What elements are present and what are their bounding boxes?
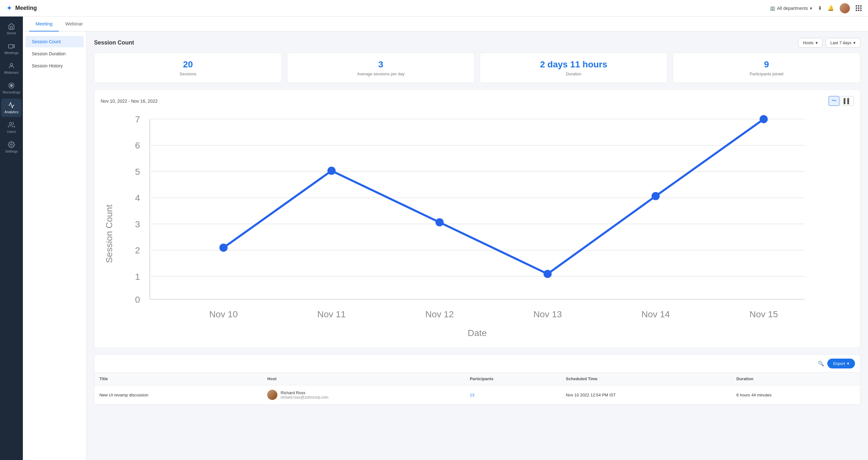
- col-scheduled-time: Scheduled Time: [561, 373, 732, 385]
- svg-text:4: 4: [135, 193, 140, 203]
- line-chart-svg: Session Count 7 6 5 4 3 2 1 0: [101, 111, 854, 340]
- nav-item-session-duration[interactable]: Session Duration: [25, 48, 84, 59]
- participants-count[interactable]: 13: [470, 393, 474, 397]
- chart-type-buttons: 〜 ▌▌: [829, 96, 854, 106]
- sidebar-item-webinars[interactable]: Webinars: [1, 59, 22, 78]
- meetings-icon: [8, 42, 15, 50]
- stats-row: 20 Sessions 3 Average sessions per day 2…: [94, 53, 860, 83]
- sidebar-item-home[interactable]: Home: [1, 20, 22, 38]
- bar-chart-btn[interactable]: ▌▌: [841, 96, 854, 106]
- sidebar-analytics-label: Analytics: [4, 110, 19, 114]
- stat-avg-value: 3: [293, 59, 468, 69]
- svg-rect-0: [8, 45, 13, 48]
- sidebar-item-recordings[interactable]: Recordings: [1, 79, 22, 97]
- hosts-filter[interactable]: Hosts ▾: [798, 38, 822, 48]
- sidebar-item-analytics[interactable]: Analytics: [1, 98, 22, 117]
- svg-text:Nov 12: Nov 12: [426, 309, 454, 319]
- nav-item-session-count[interactable]: Session Count: [25, 36, 84, 47]
- building-icon: 🏢: [770, 6, 775, 11]
- department-selector[interactable]: 🏢 All departments ▾: [770, 6, 812, 11]
- stat-duration-value: 2 days 11 hours: [487, 59, 661, 69]
- hosts-label: Hosts: [803, 40, 813, 45]
- bell-icon[interactable]: 🔔: [828, 5, 834, 11]
- svg-text:1: 1: [135, 271, 140, 282]
- table-row: New UI revamp discussion Richard Ross ri…: [94, 385, 860, 405]
- svg-text:Nov 11: Nov 11: [317, 309, 346, 319]
- export-chevron-icon: ▾: [847, 361, 849, 366]
- app-title: Meeting: [15, 5, 37, 11]
- svg-text:0: 0: [135, 294, 140, 305]
- stat-avg-label: Average sessions per day: [293, 71, 468, 76]
- row-host: Richard Ross richard.ross@zohocorp.com: [262, 385, 465, 405]
- table-head: Title Host Participants Scheduled Time D…: [94, 373, 860, 385]
- content-area: Session Count Session Duration Session H…: [23, 31, 868, 460]
- svg-point-3: [10, 84, 12, 86]
- stat-sessions-value: 20: [101, 59, 275, 69]
- svg-text:Date: Date: [468, 328, 487, 338]
- sidebar-settings-label: Settings: [5, 149, 18, 153]
- date-range-label: Last 7 days: [831, 40, 852, 45]
- tab-meeting[interactable]: Meeting: [29, 17, 59, 31]
- topbar-right: 🏢 All departments ▾ ⬇ 🔔: [770, 3, 862, 13]
- recordings-icon: [8, 82, 15, 89]
- table-body: New UI revamp discussion Richard Ross ri…: [94, 385, 860, 405]
- data-point-nov11: [328, 167, 336, 175]
- svg-text:7: 7: [135, 114, 140, 124]
- data-point-nov13: [544, 270, 552, 278]
- chart-container: Nov 10, 2022 - Nov 16, 2022 〜 ▌▌ Session…: [94, 89, 860, 348]
- hosts-chevron-icon: ▾: [815, 40, 818, 45]
- app-body: Home Meetings Webinars Recordings Analyt…: [0, 17, 868, 460]
- sidebar-recordings-label: Recordings: [3, 90, 20, 94]
- apps-grid-icon[interactable]: [856, 5, 862, 11]
- svg-text:5: 5: [135, 167, 140, 177]
- nav-item-session-history[interactable]: Session History: [25, 60, 84, 71]
- user-avatar[interactable]: [840, 3, 850, 13]
- stat-participants-value: 9: [679, 59, 854, 69]
- row-participants: 13: [465, 385, 561, 405]
- users-icon: [8, 121, 15, 128]
- sidebar-home-label: Home: [7, 31, 16, 35]
- chart-line: [223, 119, 764, 274]
- svg-point-5: [10, 144, 12, 146]
- svg-text:Nov 15: Nov 15: [749, 309, 778, 319]
- stat-card-avg-sessions: 3 Average sessions per day: [287, 53, 475, 83]
- sidebar-item-users[interactable]: Users: [1, 118, 22, 137]
- data-point-nov12: [436, 218, 444, 226]
- col-participants: Participants: [465, 373, 561, 385]
- table-section: 🔍 Export ▾ Title Host Participants: [94, 354, 860, 405]
- svg-text:Nov 14: Nov 14: [642, 309, 670, 319]
- app-logo: ✦: [6, 4, 12, 12]
- svg-point-4: [9, 122, 12, 125]
- col-title: Title: [94, 373, 262, 385]
- chart-header: Nov 10, 2022 - Nov 16, 2022 〜 ▌▌: [101, 96, 854, 106]
- chart-date-range: Nov 10, 2022 - Nov 16, 2022: [101, 98, 158, 104]
- row-title: New UI revamp discussion: [94, 385, 262, 405]
- tabs-bar: Meeting Webinar: [23, 17, 868, 31]
- sidebar-users-label: Users: [7, 130, 16, 134]
- col-duration: Duration: [732, 373, 860, 385]
- date-range-chevron-icon: ▾: [854, 40, 856, 45]
- download-icon[interactable]: ⬇: [818, 5, 822, 11]
- section-title: Session Count: [94, 39, 134, 46]
- stat-card-participants: 9 Participants joined: [673, 53, 860, 83]
- main-panel: Session Count Hosts ▾ Last 7 days ▾: [86, 31, 868, 460]
- chart-svg-wrapper: Session Count 7 6 5 4 3 2 1 0: [101, 111, 854, 341]
- line-chart-btn[interactable]: 〜: [829, 96, 839, 106]
- sidebar-item-meetings[interactable]: Meetings: [1, 39, 22, 58]
- stat-card-duration: 2 days 11 hours Duration: [480, 53, 668, 83]
- date-range-filter[interactable]: Last 7 days ▾: [826, 38, 861, 48]
- table-toolbar: 🔍 Export ▾: [94, 355, 860, 373]
- row-duration: 6 hours 44 minutes: [732, 385, 860, 405]
- avatar-image: [840, 3, 850, 13]
- host-name: Richard Ross: [281, 391, 328, 395]
- svg-text:6: 6: [135, 140, 140, 150]
- sidebar-item-settings[interactable]: Settings: [1, 138, 22, 156]
- stat-sessions-label: Sessions: [101, 71, 275, 76]
- tab-webinar[interactable]: Webinar: [59, 17, 89, 31]
- analytics-icon: [8, 102, 15, 109]
- main-content: Meeting Webinar Session Count Session Du…: [23, 17, 868, 460]
- export-button[interactable]: Export ▾: [827, 358, 855, 369]
- chevron-down-icon: ▾: [810, 6, 812, 11]
- search-button[interactable]: 🔍: [818, 361, 824, 367]
- settings-icon: [8, 141, 15, 148]
